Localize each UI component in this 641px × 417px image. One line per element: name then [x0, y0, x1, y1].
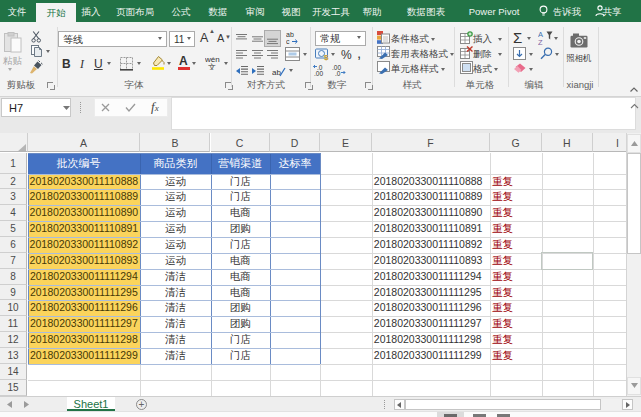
svg-text:.00: .00 — [314, 70, 323, 77]
svg-text:$: $ — [324, 53, 329, 61]
svg-text:c: c — [286, 38, 290, 45]
svg-text:.0: .0 — [335, 70, 341, 77]
svg-text:文: 文 — [208, 63, 216, 70]
svg-text:Z: Z — [538, 38, 543, 45]
svg-text:ab: ab — [286, 31, 294, 38]
